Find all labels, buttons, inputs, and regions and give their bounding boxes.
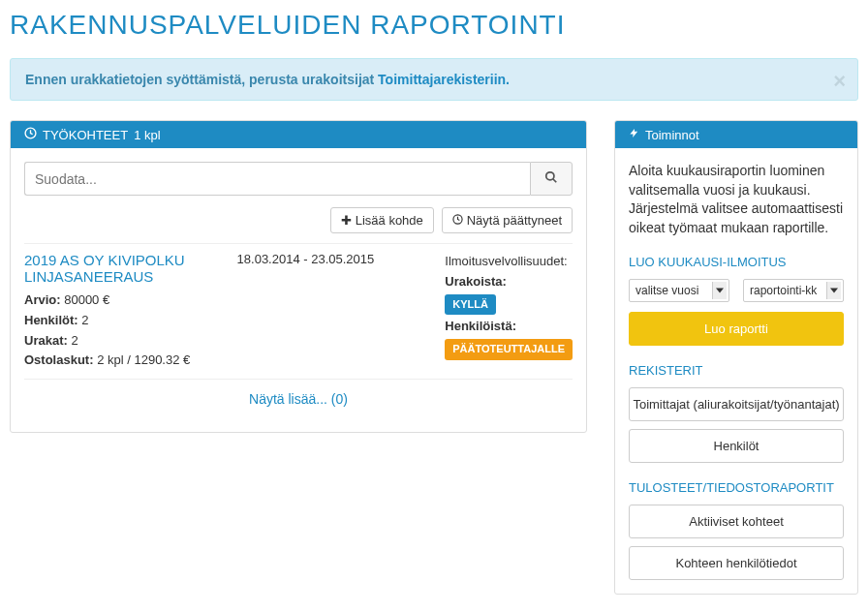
site-person-info-button[interactable]: Kohteen henkilötiedot	[629, 546, 844, 580]
panel-title-count: 1 kpl	[134, 128, 160, 142]
chevron-down-icon	[830, 289, 838, 293]
worksites-panel-header: TYÖKOHTEET 1 kpl	[11, 121, 586, 148]
page-title: RAKENNUSPALVELUIDEN RAPORTOINTI	[10, 10, 858, 41]
actions-panel: Toiminnot Aloita kuukausiraportin luomin…	[614, 120, 858, 595]
persons-button[interactable]: Henkilöt	[629, 429, 844, 463]
close-icon[interactable]: ×	[833, 69, 846, 94]
project-obligations: Ilmoitusvelvollisuudet: Urakoista: KYLLÄ…	[445, 252, 573, 371]
worksites-panel: TYÖKOHTEET 1 kpl ✚	[10, 120, 587, 433]
section-reports-title: TULOSTEET/TIEDOSTORAPORTIT	[629, 480, 844, 495]
add-worksite-label: Lisää kohde	[356, 213, 423, 228]
show-more-link[interactable]: Näytä lisää... (0)	[249, 391, 348, 407]
alert-text: Ennen urakkatietojen syöttämistä, perust…	[25, 72, 378, 87]
info-text: Aloita kuukausiraportin luominen valitse…	[629, 162, 844, 237]
svg-line-2	[553, 179, 557, 183]
clock-icon	[452, 213, 463, 228]
project-title-link[interactable]: 2019 AS OY KIVIPOLKU LINJASANEERAUS	[24, 252, 237, 285]
panel-title-text: TYÖKOHTEET	[43, 128, 128, 142]
create-report-button[interactable]: Luo raportti	[629, 312, 844, 346]
svg-point-1	[546, 172, 554, 180]
clock-icon	[24, 127, 37, 142]
alert-link[interactable]: Toimittajarekisteriin.	[378, 72, 510, 87]
badge-persons: PÄÄTOTEUTTAJALLE	[445, 339, 573, 360]
search-icon	[544, 172, 558, 187]
show-ended-label: Näytä päättyneet	[467, 213, 562, 228]
bolt-icon	[629, 127, 639, 142]
project-dates: 18.03.2014 - 23.05.2015	[237, 252, 446, 266]
actions-panel-header: Toiminnot	[615, 121, 857, 148]
plus-icon: ✚	[341, 213, 352, 228]
section-registers-title: REKISTERIT	[629, 363, 844, 378]
badge-contracts: KYLLÄ	[445, 294, 496, 316]
add-worksite-button[interactable]: ✚ Lisää kohde	[330, 207, 434, 233]
filter-input[interactable]	[24, 162, 530, 196]
show-more-row: Näytä lisää... (0)	[24, 379, 573, 418]
year-select[interactable]: valitse vuosi	[629, 279, 729, 302]
suppliers-button[interactable]: Toimittajat (aliurakoitsijat/työnantajat…	[629, 387, 844, 421]
chevron-down-icon	[716, 289, 724, 293]
project-row: 2019 AS OY KIVIPOLKU LINJASANEERAUS Arvi…	[24, 243, 573, 379]
search-button[interactable]	[530, 162, 573, 196]
project-meta: Arvio: 80000 € Henkilöt: 2 Urakat: 2 Ost…	[24, 291, 237, 371]
section-month-title: LUO KUUKAUSI-ILMOITUS	[629, 255, 844, 269]
alert-info: Ennen urakkatietojen syöttämistä, perust…	[10, 58, 858, 101]
month-select[interactable]: raportointi-kk	[743, 279, 844, 302]
actions-panel-title: Toiminnot	[645, 128, 699, 142]
show-ended-button[interactable]: Näytä päättyneet	[442, 207, 573, 233]
active-sites-button[interactable]: Aktiiviset kohteet	[629, 505, 844, 538]
